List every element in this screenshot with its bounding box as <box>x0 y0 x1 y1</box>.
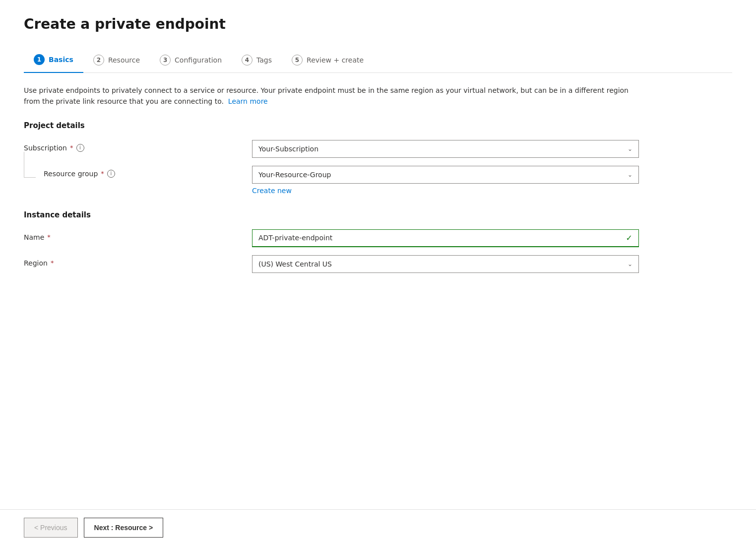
resource-group-label: Resource group <box>44 170 98 178</box>
instance-details-heading: Instance details <box>24 210 732 219</box>
region-chevron-icon: ⌄ <box>628 261 632 268</box>
tab-number-tags: 4 <box>242 55 252 66</box>
resource-group-chevron-icon: ⌄ <box>628 171 632 178</box>
tab-resource[interactable]: 2 Resource <box>83 49 150 72</box>
tab-basics[interactable]: 1 Basics <box>24 48 83 73</box>
tab-configuration[interactable]: 3 Configuration <box>150 49 232 72</box>
tab-label-tags: Tags <box>256 56 272 64</box>
project-details-section: Project details Subscription * i Your-Su… <box>24 121 732 195</box>
region-row: Region * (US) West Central US ⌄ <box>24 255 732 273</box>
resource-group-dropdown[interactable]: Your-Resource-Group ⌄ <box>252 166 639 184</box>
region-required-star: * <box>51 259 54 267</box>
name-control-col: ADT-private-endpoint ✓ <box>252 229 639 247</box>
tab-label-configuration: Configuration <box>175 56 222 64</box>
name-input[interactable]: ADT-private-endpoint ✓ <box>252 229 639 247</box>
tab-number-configuration: 3 <box>160 55 171 66</box>
tab-label-basics: Basics <box>49 56 73 64</box>
tab-number-basics: 1 <box>34 54 45 65</box>
tab-number-resource: 2 <box>93 55 104 66</box>
subscription-value: Your-Subscription <box>258 145 318 153</box>
region-dropdown[interactable]: (US) West Central US ⌄ <box>252 255 639 273</box>
previous-button[interactable]: < Previous <box>24 518 78 538</box>
region-control-col: (US) West Central US ⌄ <box>252 255 639 273</box>
tabs-container: 1 Basics 2 Resource 3 Configuration 4 Ta… <box>24 48 732 73</box>
subscription-control-col: Your-Subscription ⌄ <box>252 140 639 158</box>
tab-tags[interactable]: 4 Tags <box>232 49 282 72</box>
region-label: Region <box>24 259 48 267</box>
previous-button-label: < Previous <box>34 524 67 532</box>
name-value: ADT-private-endpoint <box>258 234 332 242</box>
name-required-star: * <box>47 233 51 241</box>
resource-group-control-col: Your-Resource-Group ⌄ Create new <box>252 166 639 195</box>
resource-group-info-icon[interactable]: i <box>107 170 115 178</box>
tab-label-review-create: Review + create <box>307 56 364 64</box>
region-value: (US) West Central US <box>258 260 332 268</box>
region-label-col: Region * <box>24 255 252 267</box>
next-button[interactable]: Next : Resource > <box>84 518 164 538</box>
subscription-row: Subscription * i Your-Subscription ⌄ <box>24 140 732 158</box>
subscription-dropdown[interactable]: Your-Subscription ⌄ <box>252 140 639 158</box>
name-valid-icon: ✓ <box>626 233 632 243</box>
create-new-link[interactable]: Create new <box>252 187 292 195</box>
name-label: Name <box>24 233 44 241</box>
resource-group-value: Your-Resource-Group <box>258 171 331 179</box>
learn-more-link[interactable]: Learn more <box>228 97 268 105</box>
project-details-heading: Project details <box>24 121 732 130</box>
name-label-col: Name * <box>24 229 252 241</box>
instance-details-section: Instance details Name * ADT-private-endp… <box>24 210 732 273</box>
subscription-label: Subscription <box>24 144 67 152</box>
resource-group-row: Resource group * i Your-Resource-Group ⌄… <box>24 166 732 195</box>
tab-label-resource: Resource <box>108 56 140 64</box>
name-row: Name * ADT-private-endpoint ✓ <box>24 229 732 247</box>
tab-review-create[interactable]: 5 Review + create <box>282 49 374 72</box>
subscription-info-icon[interactable]: i <box>76 144 84 152</box>
subscription-required-star: * <box>70 144 73 151</box>
bottom-bar: < Previous Next : Resource > <box>0 509 756 545</box>
tab-number-review-create: 5 <box>292 55 303 66</box>
subscription-label-col: Subscription * i <box>24 140 252 152</box>
page-title: Create a private endpoint <box>24 16 732 32</box>
subscription-chevron-icon: ⌄ <box>628 145 632 152</box>
next-button-label: Next : Resource > <box>94 524 153 532</box>
resource-group-label-col: Resource group * i <box>24 166 252 178</box>
description-text: Use private endpoints to privately conne… <box>24 85 644 107</box>
resource-group-required-star: * <box>101 170 104 177</box>
